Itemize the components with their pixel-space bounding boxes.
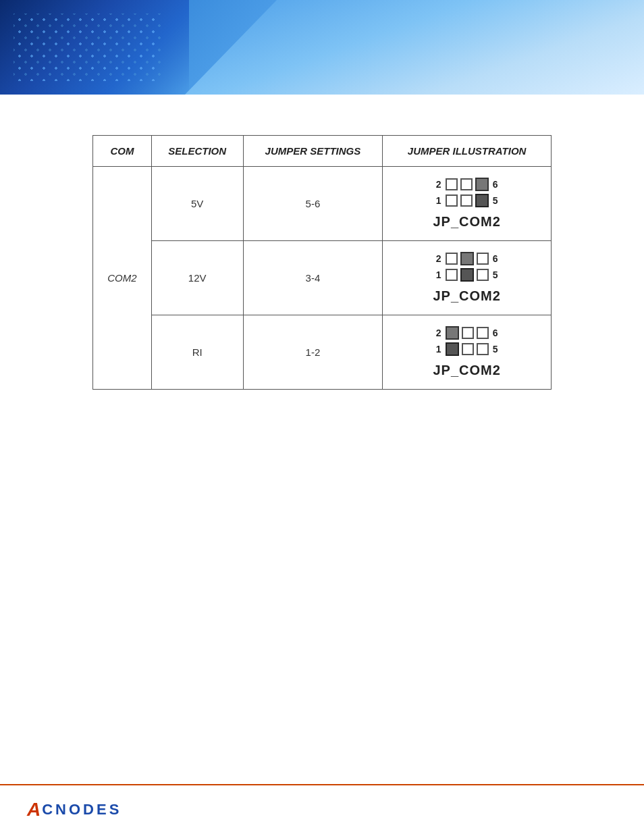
jp-row-bottom: 1 5 <box>435 194 500 207</box>
jp-row-top-12v: 2 6 <box>435 252 500 265</box>
pin-5-active <box>475 194 489 207</box>
col-header-jumper-settings: JUMPER SETTINGS <box>243 136 383 167</box>
jumper-table: COM SELECTION JUMPER SETTINGS JUMPER ILL… <box>92 135 552 390</box>
pin-label-1c: 1 <box>435 344 443 355</box>
jumper-settings-1-2: 1-2 <box>243 315 383 390</box>
pin-6-active <box>475 178 489 191</box>
pin-label-2: 2 <box>435 179 443 190</box>
table-row: RI 1-2 2 6 1 <box>93 315 552 390</box>
pin-4-active <box>460 252 474 265</box>
main-content: COM SELECTION JUMPER SETTINGS JUMPER ILL… <box>0 95 644 430</box>
pin-1-active <box>446 342 459 356</box>
pin-2 <box>446 178 458 190</box>
col-header-jumper-illustration: JUMPER ILLUSTRATION <box>383 136 552 167</box>
illustration-12v: 2 6 1 5 <box>383 241 552 315</box>
table-row: COM2 5V 5-6 2 6 <box>93 167 552 241</box>
jp-grid-12v: 2 6 1 5 <box>435 252 500 282</box>
jp-name-5v: JP_COM2 <box>433 214 500 230</box>
jp-illustration-12v: 2 6 1 5 <box>391 246 543 309</box>
pin-3 <box>460 194 473 207</box>
selection-12v: 12V <box>151 241 243 315</box>
pin-label-5b: 5 <box>491 269 500 280</box>
pin-5c <box>477 343 489 355</box>
pin-label-5c: 5 <box>491 344 500 355</box>
pin-label-6: 6 <box>491 179 500 190</box>
footer: A CNODES <box>0 784 644 834</box>
pin-6b <box>477 253 489 265</box>
pin-2-active <box>446 326 459 340</box>
jp-row-bottom-12v: 1 5 <box>435 268 500 282</box>
selection-ri: RI <box>151 315 243 390</box>
pin-label-1b: 1 <box>435 269 443 280</box>
pin-label-6b: 6 <box>491 253 500 264</box>
jumper-settings-5-6: 5-6 <box>243 167 383 241</box>
pin-5b <box>477 269 489 281</box>
circuit-overlay <box>0 0 189 95</box>
jp-illustration-ri: 2 6 1 5 <box>391 321 543 384</box>
pin-label-2b: 2 <box>435 253 443 264</box>
jp-illustration-5v: 2 6 1 5 <box>391 172 543 235</box>
logo-a: A <box>27 799 41 820</box>
jp-grid-5v: 2 6 1 5 <box>435 178 500 207</box>
col-header-selection: SELECTION <box>151 136 243 167</box>
pin-2b <box>446 253 458 265</box>
jp-row-top: 2 6 <box>435 178 500 191</box>
com-label-com2: COM2 <box>93 167 152 390</box>
pin-3-active <box>460 268 474 282</box>
logo-text: CNODES <box>42 801 122 818</box>
col-header-com: COM <box>93 136 152 167</box>
pin-4c <box>462 327 474 339</box>
jp-name-12v: JP_COM2 <box>433 288 500 304</box>
pin-label-5: 5 <box>491 195 500 206</box>
illustration-ri: 2 6 1 5 <box>383 315 552 390</box>
pin-label-6c: 6 <box>491 328 500 338</box>
illustration-5v: 2 6 1 5 <box>383 167 552 241</box>
jp-name-ri: JP_COM2 <box>433 363 500 378</box>
pin-3c <box>462 343 474 355</box>
pin-1 <box>446 194 458 207</box>
circuit-dots <box>0 0 189 95</box>
pin-6c <box>477 327 489 339</box>
jumper-settings-3-4: 3-4 <box>243 241 383 315</box>
pin-label-2c: 2 <box>435 328 443 338</box>
jp-row-top-ri: 2 6 <box>435 326 500 340</box>
footer-logo: A CNODES <box>27 799 617 820</box>
pin-label-1: 1 <box>435 195 443 206</box>
pin-1b <box>446 269 458 281</box>
table-row: 12V 3-4 2 6 1 <box>93 241 552 315</box>
pin-4 <box>460 178 473 190</box>
jp-grid-ri: 2 6 1 5 <box>435 326 500 356</box>
selection-5v: 5V <box>151 167 243 241</box>
header-banner <box>0 0 644 95</box>
jp-row-bottom-ri: 1 5 <box>435 342 500 356</box>
